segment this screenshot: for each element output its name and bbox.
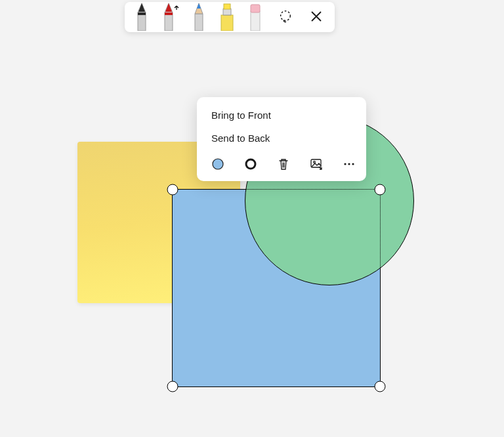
- canvas[interactable]: [0, 0, 504, 437]
- highlighter[interactable]: [217, 2, 238, 31]
- svg-point-12: [348, 163, 350, 165]
- more-options-button[interactable]: [343, 156, 356, 172]
- trash-icon: [277, 157, 290, 171]
- pen-black[interactable]: [131, 2, 152, 31]
- fill-color-button[interactable]: [211, 156, 224, 172]
- close-toolbar-button[interactable]: [304, 5, 328, 28]
- more-icon: [343, 157, 356, 171]
- filled-circle-icon: [211, 157, 224, 171]
- svg-point-11: [344, 163, 346, 165]
- highlighter-icon: [217, 2, 237, 31]
- image-icon: [310, 157, 323, 171]
- svg-rect-1: [165, 12, 173, 15]
- pen-icon: [160, 2, 180, 31]
- svg-point-6: [280, 11, 290, 21]
- svg-rect-5: [251, 5, 260, 12]
- image-source-button[interactable]: [310, 156, 323, 172]
- svg-rect-2: [221, 15, 233, 31]
- eraser[interactable]: [245, 2, 266, 31]
- shape-context-menu: Bring to Front Send to Back: [197, 97, 366, 181]
- svg-point-8: [246, 159, 255, 169]
- svg-rect-4: [251, 11, 260, 31]
- eraser-icon: [247, 2, 264, 31]
- pen-toolbar: [125, 2, 335, 32]
- lasso-select-button[interactable]: [274, 5, 297, 28]
- close-icon: [310, 10, 322, 22]
- menu-bring-to-front[interactable]: Bring to Front: [197, 104, 366, 127]
- svg-point-7: [213, 159, 223, 169]
- ring-icon: [244, 157, 257, 171]
- pen-red[interactable]: [159, 2, 180, 31]
- pencil[interactable]: [188, 2, 209, 31]
- menu-action-row: [197, 150, 366, 176]
- pen-icon: [133, 2, 150, 31]
- svg-rect-0: [138, 12, 146, 15]
- svg-point-13: [352, 163, 354, 165]
- menu-send-to-back[interactable]: Send to Back: [197, 127, 366, 150]
- svg-rect-3: [224, 4, 230, 9]
- delete-button[interactable]: [277, 156, 290, 172]
- lasso-icon: [278, 9, 293, 24]
- outline-color-button[interactable]: [244, 156, 257, 172]
- svg-point-10: [314, 161, 316, 163]
- pencil-icon: [190, 2, 207, 31]
